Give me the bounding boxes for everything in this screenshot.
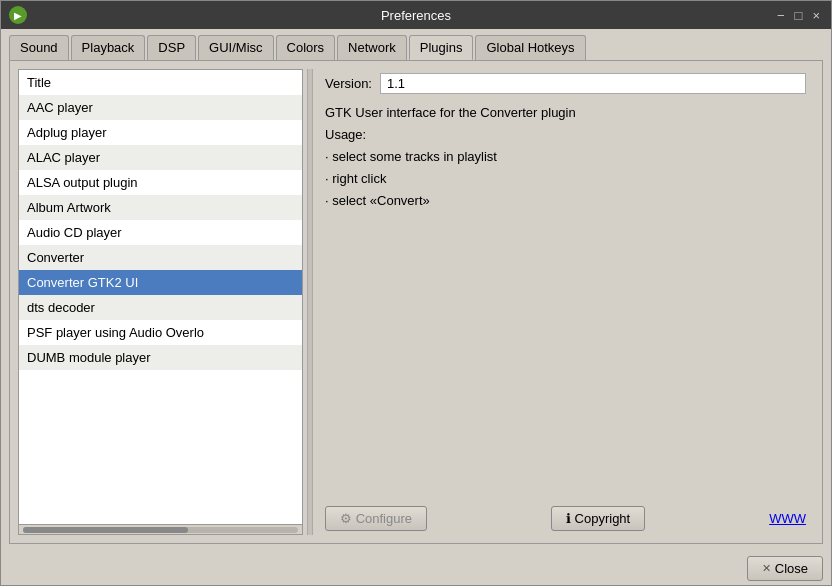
copyright-icon: ℹ — [566, 511, 575, 526]
tab-gui-misc[interactable]: GUI/Misc — [198, 35, 273, 60]
maximize-button[interactable]: □ — [792, 8, 806, 23]
tab-colors[interactable]: Colors — [276, 35, 336, 60]
configure-button[interactable]: ⚙ Configure — [325, 506, 427, 531]
tab-network[interactable]: Network — [337, 35, 407, 60]
scrollbar-track — [23, 527, 298, 533]
description-line1: GTK User interface for the Converter plu… — [325, 102, 806, 124]
description-line2: Usage: — [325, 124, 806, 146]
tab-playback[interactable]: Playback — [71, 35, 146, 60]
minimize-button[interactable]: − — [774, 8, 788, 23]
preferences-window: ▶ Preferences − □ × Sound Playback DSP G… — [0, 0, 832, 586]
list-item[interactable]: DUMB module player — [19, 345, 302, 370]
list-item[interactable]: Converter — [19, 245, 302, 270]
content-area: Title AAC player Adplug player ALAC play… — [18, 69, 814, 535]
tab-sound[interactable]: Sound — [9, 35, 69, 60]
list-item-converter-gtk2-ui[interactable]: Converter GTK2 UI — [19, 270, 302, 295]
scrollbar[interactable] — [19, 524, 302, 534]
copyright-button[interactable]: ℹ Copyright — [551, 506, 645, 531]
window-controls: − □ × — [774, 8, 823, 23]
list-item[interactable]: ALSA output plugin — [19, 170, 302, 195]
list-item[interactable]: Title — [19, 70, 302, 95]
description-area: GTK User interface for the Converter plu… — [325, 102, 806, 212]
close-icon: ✕ — [762, 562, 771, 575]
list-item[interactable]: PSF player using Audio Overlo — [19, 320, 302, 345]
tab-plugins[interactable]: Plugins — [409, 35, 474, 60]
bottom-bar: ✕ Close — [1, 552, 831, 585]
tab-dsp[interactable]: DSP — [147, 35, 196, 60]
list-item[interactable]: Audio CD player — [19, 220, 302, 245]
description-line4: · right click — [325, 168, 806, 190]
description-line5: · select «Convert» — [325, 190, 806, 212]
description-line3: · select some tracks in playlist — [325, 146, 806, 168]
version-row: Version: — [325, 73, 806, 94]
version-label: Version: — [325, 76, 372, 91]
scrollbar-thumb — [23, 527, 188, 533]
plugin-list: Title AAC player Adplug player ALAC play… — [19, 70, 302, 524]
configure-label: Configure — [356, 511, 412, 526]
titlebar: ▶ Preferences − □ × — [1, 1, 831, 29]
close-label: Close — [775, 561, 808, 576]
list-item[interactable]: AAC player — [19, 95, 302, 120]
list-item[interactable]: Album Artwork — [19, 195, 302, 220]
plugin-list-container: Title AAC player Adplug player ALAC play… — [18, 69, 303, 535]
version-input[interactable] — [380, 73, 806, 94]
tabs-bar: Sound Playback DSP GUI/Misc Colors Netwo… — [1, 29, 831, 60]
divider — [307, 69, 313, 535]
titlebar-left: ▶ — [9, 6, 27, 24]
close-window-button[interactable]: × — [809, 8, 823, 23]
plugin-details: Version: GTK User interface for the Conv… — [317, 69, 814, 535]
app-icon: ▶ — [9, 6, 27, 24]
close-button[interactable]: ✕ Close — [747, 556, 823, 581]
main-content: Title AAC player Adplug player ALAC play… — [9, 60, 823, 544]
list-item[interactable]: dts decoder — [19, 295, 302, 320]
www-button[interactable]: WWW — [769, 511, 806, 526]
app-icon-symbol: ▶ — [14, 10, 22, 21]
configure-icon: ⚙ — [340, 511, 356, 526]
list-item[interactable]: Adplug player — [19, 120, 302, 145]
window-title: Preferences — [381, 8, 451, 23]
copyright-label: Copyright — [575, 511, 631, 526]
list-item[interactable]: ALAC player — [19, 145, 302, 170]
action-row: ⚙ Configure ℹ Copyright WWW — [325, 498, 806, 531]
tab-global-hotkeys[interactable]: Global Hotkeys — [475, 35, 585, 60]
